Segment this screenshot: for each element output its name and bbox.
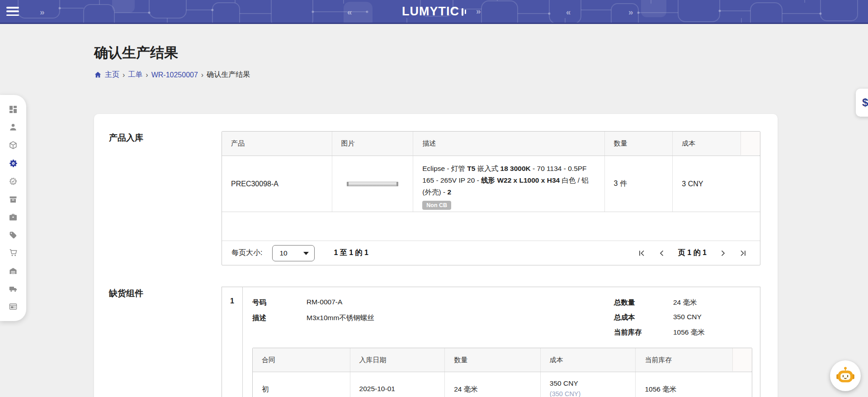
page-title: 确认生产结果 (94, 43, 178, 62)
truck-icon (9, 284, 18, 293)
current-stock-cell: 1056 毫米 (636, 372, 752, 397)
quality-badge-icon (9, 177, 18, 186)
sidebar-item-users[interactable] (0, 123, 26, 132)
sidebar-item-archive[interactable] (0, 195, 26, 204)
product-description-text: Eclipse - 灯管 T5 嵌入式 18 3000K - 70 1134 -… (422, 163, 595, 198)
quantity-cell: 24 毫米 (445, 372, 541, 397)
sidebar-item-products[interactable] (0, 141, 26, 150)
field-value-total-quantity: 24 毫米 (673, 298, 697, 307)
sidebar-item-purchasing[interactable] (0, 248, 26, 257)
table-header-row: 产品 图片 描述 数量 成本 (222, 132, 760, 156)
menu-bar (6, 14, 19, 16)
tube-light-image (347, 182, 398, 186)
currency-symbol: $ (862, 96, 868, 109)
tube-cap (396, 182, 398, 186)
production-gear-icon (9, 159, 18, 168)
breadcrumb: 主页 › 工单 › WR-10250007 › 确认生产结果 (94, 70, 250, 80)
logo-tube-mark-small (465, 9, 466, 14)
page-size-label: 每页大小: (231, 248, 262, 258)
field-label-total-cost: 总成本 (614, 313, 635, 322)
breadcrumb-workorders[interactable]: 工单 (128, 70, 142, 80)
cost-cell: 3 CNY (673, 156, 760, 212)
product-description-cell: Eclipse - 灯管 T5 嵌入式 18 3000K - 70 1134 -… (413, 156, 604, 212)
menu-button[interactable] (6, 7, 19, 16)
sidebar (0, 95, 26, 321)
menu-bar (6, 10, 19, 12)
contract-cell: 初 (253, 372, 350, 397)
item-index: 1 (222, 297, 242, 305)
pagination-controls: 页 1 的 1 (637, 241, 747, 265)
cost-secondary: (350 CNY) (550, 390, 636, 397)
column-header-cost: 成本 (541, 348, 636, 372)
pagination-range-text: 1 至 1 的 1 (334, 248, 368, 258)
table-header-row: 合同 入库日期 数量 成本 当前库存 (253, 348, 752, 372)
briefcase-icon (9, 213, 18, 222)
sidebar-item-shipping[interactable] (0, 284, 26, 293)
section-heading-shortage: 缺货组件 (109, 288, 143, 299)
next-page-button[interactable] (719, 249, 727, 257)
sidebar-item-dashboard[interactable] (0, 105, 26, 114)
previous-page-button[interactable] (658, 249, 666, 257)
table-row[interactable]: PREC30098-A Eclipse - 灯管 T5 嵌入式 18 3000K… (222, 156, 760, 212)
product-code-cell: PREC30098-A (222, 156, 332, 212)
svg-text:»: » (628, 7, 633, 17)
sidebar-item-quality[interactable] (0, 177, 26, 186)
app-logo[interactable]: LUMYTIC (402, 0, 466, 23)
field-label-current-stock: 当前库存 (614, 328, 642, 337)
field-value-current-stock: 1056 毫米 (673, 328, 705, 337)
cost-cell: 350 CNY (350 CNY) (541, 372, 636, 397)
chevron-down-icon (303, 252, 309, 255)
chatbot-button[interactable] (830, 360, 861, 391)
cost-primary: 350 CNY (550, 379, 636, 388)
breadcrumb-separator: › (123, 71, 125, 79)
scrollbar-corner (741, 132, 760, 155)
sidebar-item-warehouse[interactable] (0, 266, 26, 275)
page-size-select[interactable]: 10 (272, 245, 315, 261)
field-value-number: RM-0007-A (307, 298, 342, 306)
product-image-cell (332, 156, 414, 212)
sidebar-item-billing[interactable] (0, 302, 26, 311)
field-label-total-quantity: 总数量 (614, 298, 635, 307)
home-icon[interactable] (94, 71, 102, 79)
sidebar-item-tags[interactable] (0, 231, 26, 240)
field-label-number: 号码 (252, 298, 266, 307)
column-header-product: 产品 (222, 132, 332, 156)
archive-icon (9, 195, 18, 204)
non-cb-badge: Non CB (422, 201, 451, 210)
logo-tube-mark (462, 8, 463, 16)
inbound-date-cell: 2025-10-01 (350, 372, 445, 397)
last-page-button[interactable] (739, 249, 747, 257)
app-viewport: » « » « » LUMYTIC T (0, 0, 868, 397)
menu-bar (6, 7, 19, 9)
page-size-value: 10 (279, 249, 287, 257)
pagination-page-text: 页 1 的 1 (678, 248, 707, 258)
shortage-detail-table: 合同 入库日期 数量 成本 当前库存 初 2025-10-01 24 毫米 35… (252, 348, 752, 397)
table-row[interactable]: 初 2025-10-01 24 毫米 350 CNY (350 CNY) 105… (253, 372, 752, 397)
currency-panel-toggle[interactable]: $ (856, 89, 868, 117)
svg-text:«: « (566, 7, 571, 17)
item-index-cell: 1 (222, 287, 243, 397)
first-page-button[interactable] (637, 249, 646, 257)
section-heading-product-inbound: 产品入库 (109, 132, 143, 144)
pagination-bar: 每页大小: 10 1 至 1 的 1 页 1 的 1 (222, 241, 760, 265)
breadcrumb-workorder-id[interactable]: WR-10250007 (151, 71, 198, 79)
table-empty-space (222, 212, 760, 241)
product-inbound-table: 产品 图片 描述 数量 成本 PREC30098-A Eclipse - 灯管 … (222, 131, 760, 265)
sidebar-item-business[interactable] (0, 213, 26, 222)
shortage-component-box: 1 号码 RM-0007-A 描述 M3x10mm不锈钢螺丝 总数量 24 毫米… (222, 287, 760, 397)
breadcrumb-home[interactable]: 主页 (105, 70, 119, 80)
field-value-total-cost: 350 CNY (673, 313, 702, 321)
quantity-cell: 3 件 (605, 156, 673, 212)
field-label-description: 描述 (252, 313, 266, 323)
cart-icon (9, 248, 18, 257)
app-logo-text: LUMYTIC (402, 5, 459, 19)
breadcrumb-separator: › (201, 71, 203, 79)
column-header-image: 图片 (332, 132, 414, 156)
topbar: » « » « » LUMYTIC T (0, 0, 868, 24)
column-header-description: 描述 (413, 132, 604, 156)
breadcrumb-separator: › (146, 71, 148, 79)
sidebar-item-production[interactable] (0, 159, 26, 168)
svg-text:«: « (347, 7, 352, 17)
svg-text:»: » (40, 7, 45, 17)
content-card: 产品入库 产品 图片 描述 数量 成本 PREC30098-A (94, 114, 778, 397)
